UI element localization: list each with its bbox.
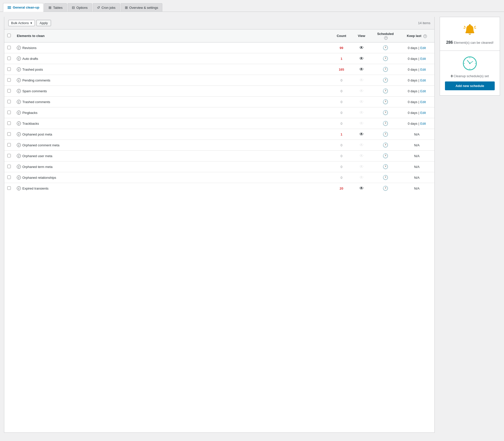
eye-active-icon-1[interactable]: 👁 xyxy=(359,45,364,50)
table-row: i Orphaned user meta 0👁🕐N/A xyxy=(4,151,434,161)
general-cleanup-icon xyxy=(7,5,11,10)
view-cell-11[interactable]: 👁 xyxy=(351,151,372,161)
row-checkbox-10[interactable] xyxy=(7,143,11,147)
keep-last-cell-3: 0 days | Edit xyxy=(399,64,434,75)
view-cell-2[interactable]: 👁 xyxy=(351,53,372,64)
info-icon-12[interactable]: i xyxy=(17,165,21,169)
info-icon-11[interactable]: i xyxy=(17,154,21,158)
edit-link-3[interactable]: Edit xyxy=(420,68,426,71)
element-name-2: Auto drafts xyxy=(22,57,38,61)
row-checkbox-14[interactable] xyxy=(7,186,11,190)
eye-inactive-icon-13[interactable]: 👁 xyxy=(359,175,364,180)
count-value-14: 20 xyxy=(340,187,343,190)
scheduled-clock-icon-10: 🕐 xyxy=(383,143,388,148)
view-cell-8[interactable]: 👁 xyxy=(351,118,372,129)
table-row: i Trashed posts 165👁🕐 0 days | Edit xyxy=(4,64,434,75)
eye-inactive-icon-5[interactable]: 👁 xyxy=(359,89,364,94)
element-name-cell-6: i Trashed comments xyxy=(14,97,331,107)
view-cell-12[interactable]: 👁 xyxy=(351,161,372,172)
eye-active-icon-2[interactable]: 👁 xyxy=(359,56,364,61)
count-cell-11: 0 xyxy=(331,151,351,161)
view-cell-9[interactable]: 👁 xyxy=(351,129,372,140)
eye-inactive-icon-10[interactable]: 👁 xyxy=(359,143,364,148)
row-checkbox-13[interactable] xyxy=(7,175,11,179)
table-row: i Orphaned comment meta 0👁🕐N/A xyxy=(4,140,434,151)
keep-last-na-13: N/A xyxy=(414,176,420,180)
row-checkbox-1[interactable] xyxy=(7,46,11,49)
eye-active-icon-9[interactable]: 👁 xyxy=(359,132,364,137)
view-cell-6[interactable]: 👁 xyxy=(351,97,372,107)
tab-tables[interactable]: ⊞ Tables xyxy=(44,3,67,12)
row-checkbox-3[interactable] xyxy=(7,67,11,71)
view-cell-13[interactable]: 👁 xyxy=(351,172,372,183)
tab-cron-jobs[interactable]: ↺ Cron jobs xyxy=(93,3,120,12)
edit-link-4[interactable]: Edit xyxy=(420,78,426,82)
select-all-checkbox[interactable] xyxy=(7,34,11,37)
info-icon-3[interactable]: i xyxy=(17,67,21,71)
row-checkbox-12[interactable] xyxy=(7,165,11,168)
info-icon-10[interactable]: i xyxy=(17,143,21,147)
eye-active-icon-3[interactable]: 👁 xyxy=(359,67,364,72)
view-cell-14[interactable]: 👁 xyxy=(351,183,372,194)
view-cell-4[interactable]: 👁 xyxy=(351,75,372,86)
view-cell-5[interactable]: 👁 xyxy=(351,86,372,97)
tab-overview-settings[interactable]: ⊞ Overview & settings xyxy=(121,3,163,12)
row-checkbox-9[interactable] xyxy=(7,132,11,136)
eye-inactive-icon-12[interactable]: 👁 xyxy=(359,164,364,169)
select-all-header[interactable] xyxy=(4,29,14,42)
info-icon-6[interactable]: i xyxy=(17,100,21,104)
element-name-cell-13: i Orphaned relationships xyxy=(14,172,331,183)
element-name-14: Expired transients xyxy=(22,187,48,190)
keep-last-cell-14: N/A xyxy=(399,183,434,194)
eye-inactive-icon-11[interactable]: 👁 xyxy=(359,153,364,158)
keep-last-cell-4: 0 days | Edit xyxy=(399,75,434,86)
view-cell-3[interactable]: 👁 xyxy=(351,64,372,75)
row-checkbox-6[interactable] xyxy=(7,100,11,103)
edit-link-6[interactable]: Edit xyxy=(420,100,426,104)
row-checkbox-5[interactable] xyxy=(7,89,11,93)
eye-inactive-icon-4[interactable]: 👁 xyxy=(359,78,364,83)
view-cell-7[interactable]: 👁 xyxy=(351,107,372,118)
info-icon-8[interactable]: i xyxy=(17,121,21,125)
edit-link-5[interactable]: Edit xyxy=(420,89,426,93)
add-schedule-button[interactable]: Add new schedule xyxy=(445,81,495,90)
row-checkbox-4[interactable] xyxy=(7,78,11,82)
scheduled-clock-icon-1: 🕐 xyxy=(383,45,388,50)
edit-link-7[interactable]: Edit xyxy=(420,111,426,115)
view-cell-1[interactable]: 👁 xyxy=(351,42,372,53)
scheduled-cell-9: 🕐 xyxy=(372,129,399,140)
info-icon-4[interactable]: i xyxy=(17,78,21,82)
keep-last-pipe-2: | xyxy=(418,57,419,61)
keep-last-value-2: 0 days xyxy=(408,57,417,61)
info-icon-7[interactable]: i xyxy=(17,111,21,115)
scheduled-clock-icon-2: 🕐 xyxy=(383,56,388,61)
info-icon-13[interactable]: i xyxy=(17,175,21,180)
eye-inactive-icon-7[interactable]: 👁 xyxy=(359,110,364,115)
tab-general-cleanup[interactable]: General clean-up xyxy=(3,3,43,12)
apply-button[interactable]: Apply xyxy=(36,20,51,26)
info-icon-5[interactable]: i xyxy=(17,89,21,93)
tab-options[interactable]: ⊟ Options xyxy=(68,3,92,12)
scheduled-help-icon[interactable]: ? xyxy=(384,36,388,40)
bulk-actions-dropdown[interactable]: Bulk Actions ▾ xyxy=(8,20,35,26)
element-name-10: Orphaned comment meta xyxy=(22,143,59,147)
count-value-5: 0 xyxy=(340,89,342,93)
row-checkbox-7[interactable] xyxy=(7,111,11,114)
edit-link-2[interactable]: Edit xyxy=(420,57,426,61)
info-icon-9[interactable]: i xyxy=(17,132,21,136)
element-name-cell-1: i Revisions xyxy=(14,42,331,53)
info-icon-1[interactable]: i xyxy=(17,46,21,50)
row-checkbox-2[interactable] xyxy=(7,57,11,60)
edit-link-1[interactable]: Edit xyxy=(420,46,426,50)
eye-inactive-icon-6[interactable]: 👁 xyxy=(359,99,364,104)
info-icon-14[interactable]: i xyxy=(17,186,21,190)
keep-last-cell-6: 0 days | Edit xyxy=(399,97,434,107)
row-checkbox-11[interactable] xyxy=(7,154,11,157)
edit-link-8[interactable]: Edit xyxy=(420,122,426,125)
info-icon-2[interactable]: i xyxy=(17,57,21,61)
eye-active-icon-14[interactable]: 👁 xyxy=(359,186,364,191)
row-checkbox-8[interactable] xyxy=(7,121,11,125)
keep-last-help-icon[interactable]: ? xyxy=(423,34,427,38)
view-cell-10[interactable]: 👁 xyxy=(351,140,372,151)
eye-inactive-icon-8[interactable]: 👁 xyxy=(359,121,364,126)
